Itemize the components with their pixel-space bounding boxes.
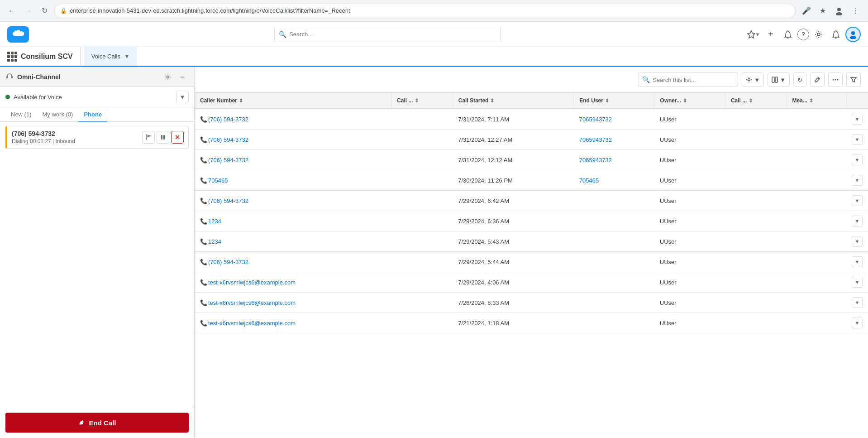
flag-button[interactable] — [142, 131, 155, 144]
notifications-bell[interactable] — [780, 27, 796, 42]
th-caller-number[interactable]: Caller Number ⇕ — [195, 93, 391, 109]
status-dot — [5, 95, 10, 99]
cell-call-type — [391, 170, 453, 191]
filter-button[interactable] — [846, 72, 861, 87]
back-button[interactable]: ← — [5, 5, 18, 17]
end-user-link[interactable]: 7065943732 — [579, 136, 612, 143]
caller-number-link[interactable]: 705465 — [208, 177, 228, 184]
row-actions-dropdown[interactable]: ▼ — [852, 216, 863, 226]
svg-point-1 — [836, 12, 842, 15]
row-actions-dropdown[interactable]: ▼ — [852, 114, 863, 125]
table-row: 📞(706) 594-37327/29/2024, 5:44 AMUUser▼ — [195, 252, 868, 272]
main-container: Omni-Channel − Available for Voice ▼ New… — [0, 67, 868, 438]
end-user-link[interactable]: 7065943732 — [579, 116, 612, 123]
cell-owner: UUser — [654, 231, 725, 252]
caller-number-link[interactable]: test-x6rvsmlwjcs6@example.com — [208, 279, 296, 286]
row-actions-dropdown[interactable]: ▼ — [852, 277, 863, 288]
cell-caller-number: 📞(706) 594-3732 — [195, 191, 391, 211]
cell-call-type — [391, 293, 453, 313]
favorites-button[interactable]: ▼ — [746, 27, 761, 42]
sf-header-actions: ▼ + ? — [746, 27, 861, 42]
help-button[interactable]: ? — [797, 29, 809, 40]
phone-icon: 📞 — [200, 218, 207, 225]
notification-icon[interactable] — [828, 27, 844, 42]
caller-number-link[interactable]: test-x6rvsmlwjcs6@example.com — [208, 299, 296, 306]
end-call-x-button[interactable]: ✕ — [171, 131, 184, 144]
row-actions-dropdown[interactable]: ▼ — [852, 318, 863, 328]
user-avatar[interactable] — [845, 27, 861, 42]
cell-measure — [787, 231, 846, 252]
omni-tab-new[interactable]: New (1) — [5, 107, 37, 122]
app-launcher[interactable]: Consilium SCV — [7, 47, 81, 66]
grid-icon — [7, 52, 17, 62]
omni-minimize-button[interactable]: − — [176, 71, 189, 83]
vc-toolbar: 🔍 ▼ ▼ ↻ — [195, 67, 868, 93]
salesforce-logo[interactable] — [7, 26, 29, 43]
search-input[interactable] — [274, 27, 501, 42]
cell-owner: UUser — [654, 150, 725, 170]
call-status: Dialing 00:01:27 | Inbound — [12, 138, 142, 144]
settings-button[interactable] — [811, 27, 826, 42]
omni-settings-button[interactable] — [162, 71, 174, 83]
caller-number-link[interactable]: 1234 — [208, 238, 221, 245]
vc-search-input[interactable] — [639, 72, 738, 87]
cell-row-actions: ▼ — [846, 109, 868, 130]
forward-button[interactable]: → — [22, 5, 34, 17]
caller-number-link[interactable]: (706) 594-3732 — [208, 116, 248, 123]
caller-number-link[interactable]: test-x6rvsmlwjcs6@example.com — [208, 320, 296, 327]
caller-number-link[interactable]: (706) 594-3732 — [208, 259, 248, 265]
add-button[interactable]: + — [763, 27, 778, 42]
cell-end-user — [574, 231, 654, 252]
row-actions-dropdown[interactable]: ▼ — [852, 154, 863, 165]
list-settings-button[interactable]: ▼ — [742, 72, 764, 87]
microphone-button[interactable]: 🎤 — [799, 4, 814, 18]
tab-dropdown-arrow[interactable]: ▼ — [124, 53, 130, 60]
more-actions-button[interactable] — [828, 72, 843, 87]
row-actions-dropdown[interactable]: ▼ — [852, 297, 863, 308]
th-call-duration[interactable]: Call ... ⇕ — [725, 93, 787, 109]
bookmark-button[interactable]: ★ — [816, 4, 830, 18]
edit-button[interactable] — [810, 72, 825, 87]
reload-button[interactable]: ↻ — [38, 5, 51, 17]
caller-number-link[interactable]: (706) 594-3732 — [208, 136, 248, 143]
caller-number-link[interactable]: (706) 594-3732 — [208, 157, 248, 164]
row-actions-dropdown[interactable]: ▼ — [852, 256, 863, 267]
th-call-started[interactable]: Call Started ⇕ — [453, 93, 574, 109]
voice-calls-tab[interactable]: Voice Calls ▼ — [84, 47, 137, 67]
th-end-user[interactable]: End User ⇕ — [574, 93, 654, 109]
address-bar[interactable]: 🔒 enterprise-innovation-5431-dev-ed.scra… — [54, 4, 796, 18]
cell-row-actions: ▼ — [846, 313, 868, 333]
url-text: enterprise-innovation-5431-dev-ed.scratc… — [70, 7, 790, 14]
th-call-type[interactable]: Call ... ⇕ — [391, 93, 453, 109]
list-settings-dropdown: ▼ — [754, 77, 760, 83]
refresh-button[interactable]: ↻ — [793, 72, 806, 87]
sf-search-bar[interactable]: 🔍 — [274, 27, 501, 42]
caller-number-link[interactable]: 1234 — [208, 218, 221, 225]
row-actions-dropdown[interactable]: ▼ — [852, 236, 863, 247]
omni-tab-mywork[interactable]: My work (0) — [37, 107, 79, 122]
th-owner[interactable]: Owner... ⇕ — [654, 93, 725, 109]
end-user-link[interactable]: 705465 — [579, 177, 599, 184]
hold-button[interactable] — [157, 131, 169, 144]
table-row: 📞7054657/30/2024, 11:26 PM705465UUser▼ — [195, 170, 868, 191]
cell-call-type — [391, 272, 453, 293]
status-label: Available for Voice — [14, 94, 176, 101]
omni-tab-phone[interactable]: Phone — [78, 107, 107, 122]
phone-icon: 📞 — [200, 299, 207, 306]
cell-end-user: 7065943732 — [574, 130, 654, 150]
cell-caller-number: 📞(706) 594-3732 — [195, 109, 391, 130]
th-measure[interactable]: Mea... ⇕ — [787, 93, 846, 109]
end-call-button[interactable]: End Call — [5, 413, 189, 433]
cell-end-user: 705465 — [574, 170, 654, 191]
cell-caller-number: 📞1234 — [195, 231, 391, 252]
status-dropdown-button[interactable]: ▼ — [176, 91, 189, 103]
row-actions-dropdown[interactable]: ▼ — [852, 175, 863, 186]
end-user-link[interactable]: 7065943732 — [579, 157, 612, 164]
row-actions-dropdown[interactable]: ▼ — [852, 195, 863, 206]
caller-number-link[interactable]: (706) 594-3732 — [208, 197, 248, 204]
profile-button[interactable] — [832, 4, 846, 18]
column-chooser-button[interactable]: ▼ — [768, 72, 790, 87]
svg-rect-15 — [775, 77, 777, 82]
menu-button[interactable]: ⋮ — [848, 4, 863, 18]
row-actions-dropdown[interactable]: ▼ — [852, 134, 863, 145]
